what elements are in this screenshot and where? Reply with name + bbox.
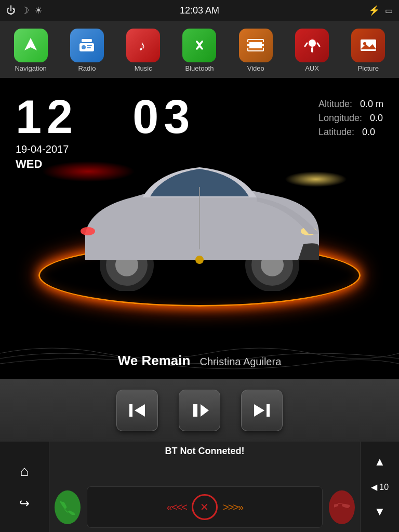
- video-label: Video: [247, 64, 264, 72]
- app-item-navigation[interactable]: Navigation: [7, 29, 54, 72]
- app-item-music[interactable]: ♪ Music: [120, 29, 167, 72]
- svg-rect-10: [248, 40, 263, 42]
- big-time-clock: 12 03: [16, 94, 195, 140]
- svg-line-8: [196, 46, 200, 49]
- volume-section: ▲ ◀ 10 ▼: [360, 442, 399, 532]
- screen-icon: ▭: [385, 6, 393, 16]
- svg-rect-4: [87, 47, 91, 48]
- media-controls-bar: [0, 379, 399, 442]
- svg-rect-17: [311, 47, 313, 52]
- bt-status-text: BT Not Conneted!: [165, 446, 245, 457]
- latitude-label: Latitude:: [318, 127, 354, 137]
- svg-rect-11: [248, 48, 263, 50]
- app-item-bluetooth[interactable]: Bluetooth: [176, 29, 223, 72]
- svg-point-31: [81, 227, 95, 235]
- music-label: Music: [135, 64, 152, 72]
- song-title: We Remain: [118, 353, 191, 368]
- svg-marker-36: [201, 404, 209, 417]
- altitude-label: Altitude:: [318, 99, 352, 109]
- decline-call-button[interactable]: [329, 490, 355, 524]
- stop-button[interactable]: ✕: [192, 494, 218, 520]
- app-item-radio[interactable]: Radio: [63, 29, 110, 72]
- svg-rect-34: [129, 404, 132, 417]
- gps-info: Altitude: 0.0 m Longitude: 0.0 Latitude:…: [318, 99, 383, 141]
- song-info: We Remain Christina Aguilera: [0, 353, 399, 369]
- media-player-controls: «<<< ✕ >>>»: [87, 486, 323, 528]
- status-left-icons: ⏻ ☽ ☀: [6, 5, 43, 16]
- longitude-value: 0.0: [370, 113, 383, 123]
- moon-icon[interactable]: ☽: [21, 5, 29, 16]
- svg-rect-12: [247, 42, 249, 44]
- main-area: 12 03 19-04-2017 WED Altitude: 0.0 m Lon…: [0, 78, 399, 379]
- status-time: 12:03 AM: [180, 5, 219, 16]
- bluetooth-icon: [182, 29, 216, 62]
- svg-text:♪: ♪: [138, 37, 145, 54]
- longitude-label: Longitude:: [318, 113, 362, 123]
- volume-down-button[interactable]: ▼: [361, 502, 399, 521]
- svg-point-16: [308, 39, 316, 47]
- svg-rect-14: [247, 46, 249, 48]
- svg-marker-37: [254, 404, 264, 417]
- svg-rect-38: [267, 404, 270, 417]
- svg-rect-3: [87, 45, 92, 46]
- latitude-row: Latitude: 0.0: [318, 127, 383, 138]
- app-bar: Navigation Radio ♪ Music: [0, 21, 399, 78]
- nav-label: Navigation: [15, 64, 46, 72]
- play-pause-button[interactable]: [179, 390, 220, 431]
- answer-call-button[interactable]: [55, 490, 81, 524]
- power-icon[interactable]: ⏻: [6, 5, 16, 16]
- svg-line-19: [317, 43, 320, 46]
- clock-hours: 12: [16, 91, 78, 143]
- next-track-button[interactable]: [241, 390, 283, 431]
- prev-track-button[interactable]: [116, 390, 158, 431]
- forward-arrows[interactable]: >>>»: [223, 501, 243, 513]
- bt-phone-section: BT Not Conneted! «<<< ✕ >>>»: [49, 442, 360, 532]
- altitude-value: 0.0 m: [360, 99, 383, 109]
- song-artist: Christina Aguilera: [200, 356, 282, 367]
- status-bar: ⏻ ☽ ☀ 12:03 AM ⚡ ▭: [0, 0, 399, 21]
- nav-icon: [14, 29, 48, 62]
- bottom-bar: ⌂ ↩ BT Not Conneted! «<<< ✕ >>>» ▲: [0, 442, 399, 532]
- svg-rect-5: [82, 39, 92, 42]
- home-back-section: ⌂ ↩: [0, 442, 49, 532]
- svg-rect-15: [262, 46, 264, 48]
- car-display-area: [0, 140, 399, 338]
- latitude-value: 0.0: [362, 127, 375, 137]
- app-item-video[interactable]: Video: [232, 29, 279, 72]
- svg-rect-35: [193, 404, 197, 417]
- volume-up-button[interactable]: ▲: [361, 453, 399, 471]
- video-icon: [239, 29, 273, 62]
- svg-point-32: [195, 256, 204, 264]
- status-right-icons: ⚡ ▭: [368, 5, 393, 16]
- aux-label: AUX: [305, 64, 319, 72]
- radio-icon: [70, 29, 104, 62]
- radio-label: Radio: [78, 64, 96, 72]
- usb-icon: ⚡: [368, 5, 380, 16]
- svg-rect-13: [262, 42, 264, 44]
- back-button[interactable]: ↩: [19, 496, 30, 511]
- music-icon: ♪: [126, 29, 160, 62]
- altitude-row: Altitude: 0.0 m: [318, 99, 383, 110]
- longitude-row: Longitude: 0.0: [318, 113, 383, 124]
- svg-line-7: [196, 41, 200, 44]
- brightness-icon[interactable]: ☀: [34, 5, 43, 16]
- svg-point-2: [82, 45, 86, 49]
- svg-marker-33: [135, 404, 145, 417]
- rewind-arrows[interactable]: «<<<: [167, 501, 187, 513]
- app-item-picture[interactable]: Picture: [345, 29, 392, 72]
- app-item-aux[interactable]: AUX: [289, 29, 336, 72]
- svg-marker-0: [24, 38, 37, 50]
- volume-display: ◀ 10: [371, 482, 389, 492]
- home-button[interactable]: ⌂: [20, 463, 29, 480]
- aux-icon: [295, 29, 329, 62]
- bluetooth-label: Bluetooth: [185, 64, 214, 72]
- car-image: [54, 156, 345, 291]
- svg-line-18: [305, 43, 307, 46]
- picture-icon: [351, 29, 385, 62]
- picture-label: Picture: [358, 64, 379, 72]
- clock-minutes: 03: [132, 91, 195, 143]
